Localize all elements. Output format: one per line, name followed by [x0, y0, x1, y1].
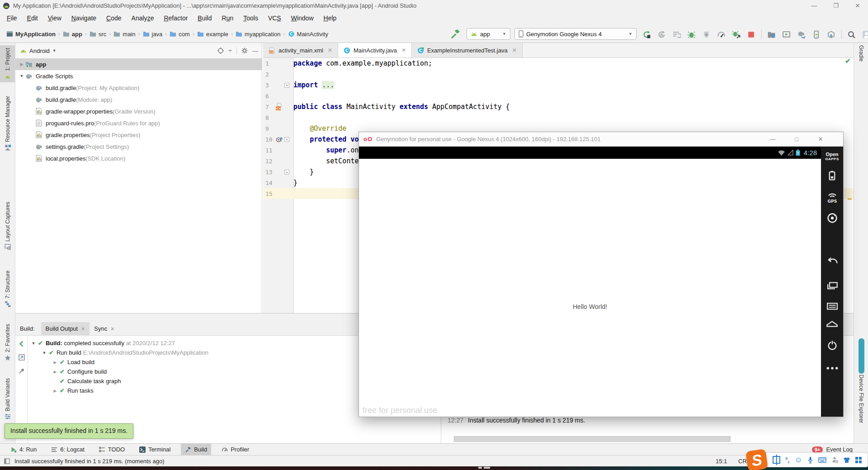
gps-icon[interactable]: GPS [821, 193, 843, 204]
build-tree-row[interactable]: ▼✔Build: completed successfully at 2020/… [28, 338, 208, 348]
tree-row-gradle-scripts[interactable]: ▼Gradle Scripts [15, 70, 262, 82]
fold-marker[interactable]: ▴ [283, 170, 290, 175]
sdk-manager-icon[interactable] [826, 29, 836, 39]
menu-view[interactable]: View [43, 11, 66, 25]
code-line-1[interactable]: 1package com.example.myapplication; [263, 58, 854, 69]
window-maximize-button[interactable]: ❐ [826, 0, 846, 11]
menu-help[interactable]: Help [319, 11, 342, 25]
menu-navigate[interactable]: Navigate [66, 11, 101, 25]
make-project-button[interactable] [450, 28, 461, 39]
menu-window[interactable]: Window [286, 11, 319, 25]
menu-code[interactable]: Code [101, 11, 126, 25]
close-tab-icon[interactable]: ✕ [110, 322, 114, 336]
window-minimize-button[interactable]: — [804, 0, 825, 11]
breadcrumb-src[interactable]: src [89, 31, 107, 38]
avd-manager-icon[interactable] [811, 29, 821, 39]
emulator-screen[interactable]: 4:28 My Application Hello World! free fo… [359, 147, 843, 417]
menu-file[interactable]: File [2, 11, 22, 25]
menu-build[interactable]: Build [193, 11, 217, 25]
inspection-status-icon[interactable]: ✔ [845, 57, 851, 65]
toolwindow-build[interactable]: Build [181, 444, 211, 455]
tree-row-settings-gradle[interactable]: settings.gradle (Project Settings) [15, 141, 262, 152]
menu-analyze[interactable]: Analyze [127, 11, 159, 25]
project-view-selector[interactable]: Android ▼ ÷ — [15, 43, 262, 58]
debug-icon[interactable] [686, 29, 697, 39]
toolwindow-6-logcat[interactable]: 6: Logcat [47, 444, 89, 455]
attach-debugger-icon[interactable] [731, 29, 741, 39]
more-icon[interactable] [821, 366, 843, 370]
expand-icon[interactable]: ▶ [52, 360, 59, 365]
open-gapps-icon[interactable]: OpenGAPPS [821, 152, 843, 161]
toolwindow-profiler[interactable]: Profiler [217, 444, 253, 455]
sync-gradle-icon[interactable] [796, 29, 807, 39]
genymotion-titlebar[interactable]: oO Genymotion for personal use - Google … [359, 132, 843, 147]
breadcrumb-app[interactable]: app [62, 31, 83, 38]
sogou-logo[interactable]: S [745, 449, 768, 470]
device-select[interactable]: Genymotion Google Nexus 4 ▼ [514, 28, 637, 40]
emoji-icon[interactable]: ☺ [795, 456, 802, 465]
home-icon[interactable] [821, 321, 843, 327]
run-icon[interactable] [641, 29, 652, 39]
collapse-icon[interactable]: ▼ [30, 341, 37, 346]
breadcrumb-example[interactable]: example [196, 31, 229, 38]
stop-icon[interactable] [745, 29, 756, 39]
sidebar-item-layout-captures[interactable]: Layout Captures [0, 199, 15, 253]
expand-icon[interactable]: ▶ [52, 370, 59, 374]
breadcrumb-myapplication[interactable]: MyApplication [5, 31, 57, 38]
toolwindow-terminal[interactable]: Terminal [135, 444, 175, 455]
window-close-button[interactable]: ✕ [811, 132, 830, 146]
hide-panel-icon[interactable]: — [252, 47, 258, 54]
tab-mainactivity-java[interactable]: CMainActivity.java✕ [338, 43, 412, 57]
sidebar-item-resource-manager[interactable]: Resource Manager [0, 93, 15, 153]
tab-exampleinstrumentedtest-java[interactable]: CExampleInstrumentedTest.java✕ [412, 43, 523, 57]
tree-row-gradle-wrapper-properties[interactable]: gradle-wrapper.properties (Gradle Versio… [15, 105, 262, 117]
menu-tools[interactable]: Tools [238, 11, 263, 25]
run-coverage-icon[interactable] [701, 29, 712, 39]
fold-marker[interactable]: ▾ [283, 137, 290, 142]
menu-refactor[interactable]: Refactor [159, 11, 193, 25]
sidebar-item-device-file-explorer[interactable]: Device File Explorer [858, 375, 864, 423]
horizontal-scrollbar[interactable] [454, 436, 731, 442]
search-everywhere-icon[interactable] [846, 29, 857, 39]
build-tree-row[interactable]: ▼✔Run build E:\Android\AndroidStudioProj… [28, 348, 208, 357]
sidebar-item-7-structure[interactable]: 7: Structure [0, 268, 15, 310]
expand-icon[interactable]: ▶ [18, 62, 25, 66]
sidebar-item-1-project[interactable]: 1: Project [0, 45, 15, 82]
breadcrumb-main[interactable]: main [113, 31, 136, 38]
ime-punctuation-icon[interactable]: °, [785, 456, 790, 464]
collapse-icon[interactable]: ▼ [41, 351, 48, 355]
locate-file-icon[interactable] [217, 47, 224, 54]
battery-icon[interactable] [821, 171, 843, 181]
caret-position[interactable]: 15:1 [716, 458, 727, 465]
export-icon[interactable] [18, 354, 25, 361]
profiler-icon[interactable] [716, 29, 726, 39]
tab-build-output[interactable]: Build Output ✕ [41, 322, 90, 336]
menu-run[interactable]: Run [217, 11, 239, 25]
toolwindow-todo[interactable]: TODO [95, 444, 129, 455]
ime-language-icon[interactable] [773, 456, 780, 464]
tree-row-gradle-properties[interactable]: gradle.properties (Project Properties) [15, 129, 262, 141]
code-line-2[interactable]: 2 [263, 69, 854, 80]
breadcrumb-mainactivity[interactable]: CMainActivity [287, 31, 329, 38]
notification-balloon[interactable]: Install successfully finished in 1 s 219… [5, 423, 133, 439]
tab-activity-main-xml[interactable]: <>activity_main.xml✕ [263, 43, 338, 57]
breadcrumb-java[interactable]: java [142, 31, 164, 38]
class-gutter-icon[interactable]: <> [275, 103, 283, 111]
sidebar-item-gradle[interactable]: Gradle [858, 45, 864, 62]
tree-row-build-gradle[interactable]: build.gradle (Project: My Application) [15, 82, 262, 94]
previous-occurrence-icon[interactable] [18, 340, 25, 347]
tree-row-app[interactable]: ▶app [15, 58, 262, 70]
override-gutter-icon[interactable] [275, 135, 283, 143]
sidebar-item-2-favorites[interactable]: 2: Favorites [0, 321, 15, 364]
expand-icon[interactable]: ▶ [52, 389, 59, 393]
recent-apps-icon[interactable] [821, 282, 843, 290]
microphone-icon[interactable] [807, 456, 813, 464]
fold-marker[interactable]: + [283, 83, 290, 88]
apply-changes-icon[interactable]: A [656, 29, 667, 39]
project-structure-icon[interactable] [766, 29, 777, 39]
tree-row-proguard-rules-pro[interactable]: proguard-rules.pro (ProGuard Rules for a… [15, 117, 262, 129]
camera-icon[interactable] [821, 213, 843, 223]
build-tree-row[interactable]: ▶✔Configure build [28, 367, 208, 376]
close-tab-icon[interactable]: ✕ [328, 47, 332, 53]
toolwindow-4-run[interactable]: 4: Run [6, 444, 41, 455]
